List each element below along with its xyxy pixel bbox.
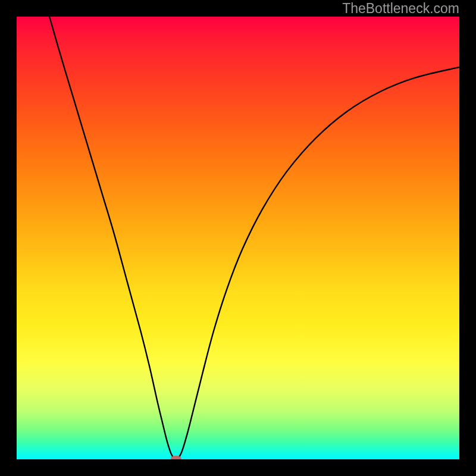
chart-plot-area [17,17,459,459]
chart-outer-frame: TheBottleneck.com [0,0,476,476]
bottleneck-curve [49,17,459,459]
watermark-text: TheBottleneck.com [342,0,459,17]
chart-curve-layer [17,17,459,459]
